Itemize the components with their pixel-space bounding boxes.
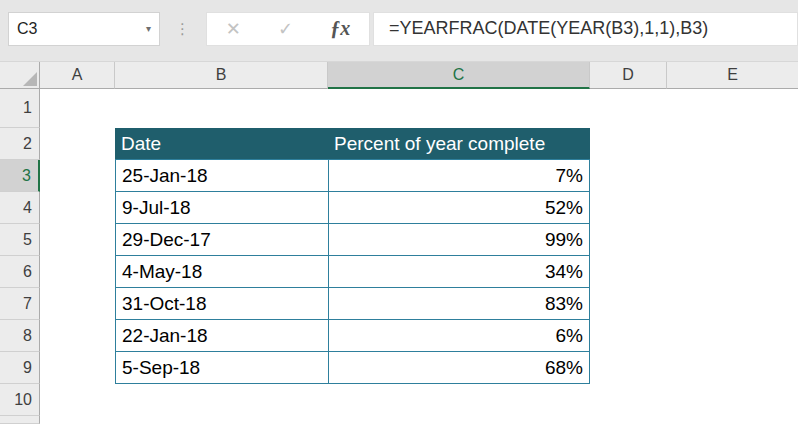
cell-C3-active-cell[interactable]: 7% (328, 160, 590, 192)
cell-B1[interactable] (115, 89, 328, 128)
column-header-A[interactable]: A (40, 62, 115, 89)
row-header-11-partial[interactable] (0, 416, 40, 424)
cell-B8[interactable]: 22-Jan-18 (115, 320, 328, 352)
row-header-3[interactable]: 3 (0, 160, 40, 192)
cell-B5[interactable]: 29-Dec-17 (115, 224, 328, 256)
row-header-6[interactable]: 6 (0, 256, 40, 288)
cell-A5[interactable] (40, 224, 115, 256)
cell-A7[interactable] (40, 288, 115, 320)
name-box[interactable]: C3 ▾ (8, 12, 160, 46)
cell-A1[interactable] (40, 89, 115, 128)
cell-D1[interactable] (590, 89, 667, 128)
cell-B2-table-header-date[interactable]: Date (115, 128, 328, 160)
cell-B9[interactable]: 5-Sep-18 (115, 352, 328, 384)
select-all-triangle-icon (23, 72, 37, 86)
row-header-2[interactable]: 2 (0, 128, 40, 160)
cell-B10[interactable] (115, 384, 328, 416)
cell-B6[interactable]: 4-May-18 (115, 256, 328, 288)
row-9: 9 5-Sep-18 68% (0, 352, 798, 384)
row-7: 7 31-Oct-18 83% (0, 288, 798, 320)
cell-B4[interactable]: 9-Jul-18 (115, 192, 328, 224)
cell-A11[interactable] (40, 416, 115, 424)
insert-function-icon[interactable]: ƒx (330, 17, 350, 40)
formula-bar-grip-dots-icon: ⋮ (160, 20, 206, 38)
cell-E4[interactable] (667, 192, 798, 224)
cell-D8[interactable] (590, 320, 667, 352)
cell-E7[interactable] (667, 288, 798, 320)
cell-A8[interactable] (40, 320, 115, 352)
cancel-icon[interactable]: ✕ (226, 18, 241, 40)
column-header-E[interactable]: E (667, 62, 798, 89)
cell-C11[interactable] (328, 416, 590, 424)
cell-A9[interactable] (40, 352, 115, 384)
formula-bar-buttons: ✕ ✓ ƒx (206, 12, 370, 46)
column-header-row: A B C D E (0, 62, 798, 89)
name-box-value: C3 (17, 20, 37, 38)
row-11-partial (0, 416, 798, 424)
cell-E1[interactable] (667, 89, 798, 128)
formula-bar: C3 ▾ ⋮ ✕ ✓ ƒx =YEARFRAC(DATE(YEAR(B3),1,… (0, 0, 798, 62)
cell-D7[interactable] (590, 288, 667, 320)
cell-B11[interactable] (115, 416, 328, 424)
cell-E5[interactable] (667, 224, 798, 256)
row-header-7[interactable]: 7 (0, 288, 40, 320)
cell-C10[interactable] (328, 384, 590, 416)
cell-E9[interactable] (667, 352, 798, 384)
row-1: 1 (0, 89, 798, 128)
cell-E11[interactable] (667, 416, 798, 424)
cell-E3[interactable] (667, 160, 798, 192)
row-8: 8 22-Jan-18 6% (0, 320, 798, 352)
row-header-9[interactable]: 9 (0, 352, 40, 384)
cell-C6[interactable]: 34% (328, 256, 590, 288)
cell-B7[interactable]: 31-Oct-18 (115, 288, 328, 320)
row-3: 3 25-Jan-18 7% (0, 160, 798, 192)
enter-icon[interactable]: ✓ (278, 18, 293, 40)
cell-C5[interactable]: 99% (328, 224, 590, 256)
cell-C1[interactable] (328, 89, 590, 128)
row-6: 6 4-May-18 34% (0, 256, 798, 288)
cell-E10[interactable] (667, 384, 798, 416)
cell-A6[interactable] (40, 256, 115, 288)
cell-E8[interactable] (667, 320, 798, 352)
row-header-5[interactable]: 5 (0, 224, 40, 256)
cell-D6[interactable] (590, 256, 667, 288)
cell-D9[interactable] (590, 352, 667, 384)
cell-B3[interactable]: 25-Jan-18 (115, 160, 328, 192)
select-all-button[interactable] (0, 62, 40, 89)
cell-A2[interactable] (40, 128, 115, 160)
row-header-8[interactable]: 8 (0, 320, 40, 352)
cell-D2[interactable] (590, 128, 667, 160)
column-header-B[interactable]: B (115, 62, 328, 89)
row-4: 4 9-Jul-18 52% (0, 192, 798, 224)
row-header-10[interactable]: 10 (0, 384, 40, 416)
cell-C8[interactable]: 6% (328, 320, 590, 352)
spreadsheet-grid: A B C D E 1 2 Date Percent of year compl… (0, 62, 798, 424)
name-box-dropdown-icon[interactable]: ▾ (146, 23, 151, 34)
cell-C2-table-header-percent[interactable]: Percent of year complete (328, 128, 590, 160)
cell-D4[interactable] (590, 192, 667, 224)
cell-D10[interactable] (590, 384, 667, 416)
column-header-C[interactable]: C (328, 62, 590, 89)
row-10: 10 (0, 384, 798, 416)
row-5: 5 29-Dec-17 99% (0, 224, 798, 256)
formula-text: =YEARFRAC(DATE(YEAR(B3),1,1),B3) (389, 18, 708, 39)
cell-D3[interactable] (590, 160, 667, 192)
cell-C4[interactable]: 52% (328, 192, 590, 224)
formula-input[interactable]: =YEARFRAC(DATE(YEAR(B3),1,1),B3) (373, 12, 798, 46)
cell-A3[interactable] (40, 160, 115, 192)
cell-C9[interactable]: 68% (328, 352, 590, 384)
row-header-4[interactable]: 4 (0, 192, 40, 224)
column-header-D[interactable]: D (590, 62, 667, 89)
cell-A4[interactable] (40, 192, 115, 224)
cell-D11[interactable] (590, 416, 667, 424)
cell-C7[interactable]: 83% (328, 288, 590, 320)
cell-D5[interactable] (590, 224, 667, 256)
cell-A10[interactable] (40, 384, 115, 416)
cell-E2[interactable] (667, 128, 798, 160)
row-2: 2 Date Percent of year complete (0, 128, 798, 160)
row-header-1[interactable]: 1 (0, 89, 40, 128)
cell-E6[interactable] (667, 256, 798, 288)
